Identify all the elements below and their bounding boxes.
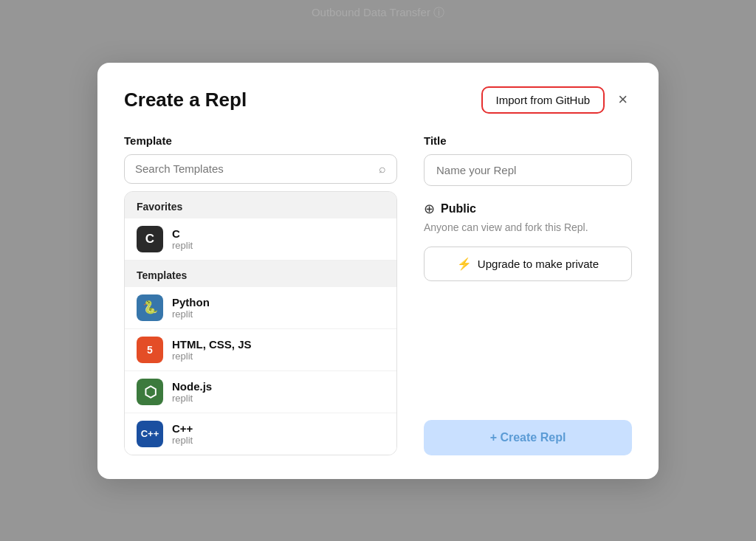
template-label: Template [124, 134, 397, 147]
c-sub: replit [172, 240, 193, 251]
html-name: HTML, CSS, JS [172, 338, 252, 351]
visibility-label: Public [441, 202, 476, 216]
node-icon: ⬡ [137, 379, 163, 405]
header-right: Import from GitHub × [481, 86, 632, 114]
node-name: Node.js [172, 380, 212, 393]
favorites-header: Favorites [125, 192, 396, 218]
list-item[interactable]: C C replit [125, 218, 396, 261]
modal: Create a Repl Import from GitHub × Templ… [97, 63, 659, 479]
list-item[interactable]: 🐍 Python replit [125, 287, 396, 329]
list-item[interactable]: ⬡ Node.js replit [125, 371, 396, 413]
c-item-text: C replit [172, 227, 193, 251]
bolt-icon: ⚡ [457, 257, 472, 271]
python-name: Python [172, 296, 210, 309]
node-sub: replit [172, 393, 212, 404]
bg-label: Outbound Data Transfer ⓘ [312, 6, 444, 20]
list-item[interactable]: C++ C++ replit [125, 413, 396, 455]
modal-header: Create a Repl Import from GitHub × [124, 86, 632, 114]
cpp-sub: replit [172, 435, 193, 446]
cpp-name: C++ [172, 422, 193, 435]
html-icon: 5 [137, 337, 163, 363]
template-list: Favorites C C replit Templates 🐍 Pytho [124, 191, 397, 455]
cpp-icon: C++ [137, 421, 163, 447]
c-name: C [172, 227, 193, 240]
node-item-text: Node.js replit [172, 380, 212, 404]
create-repl-button[interactable]: + Create Repl [424, 420, 632, 455]
upgrade-button[interactable]: ⚡ Upgrade to make private [424, 247, 632, 281]
close-button[interactable]: × [614, 90, 632, 109]
list-item[interactable]: 5 HTML, CSS, JS replit [125, 329, 396, 371]
c-icon: C [137, 226, 163, 252]
import-github-button[interactable]: Import from GitHub [481, 86, 605, 114]
templates-header: Templates [125, 261, 396, 287]
backdrop: Outbound Data Transfer ⓘ Create a Repl I… [0, 0, 756, 541]
title-label: Title [424, 134, 632, 147]
html-item-text: HTML, CSS, JS replit [172, 338, 252, 362]
search-input[interactable] [135, 162, 373, 175]
cpp-item-text: C++ replit [172, 422, 193, 446]
search-box[interactable]: ⌕ [124, 154, 397, 184]
python-sub: replit [172, 309, 210, 320]
right-column: Title ⊕ Public Anyone can view and fork … [424, 134, 632, 455]
python-item-text: Python replit [172, 296, 210, 320]
visibility-row: ⊕ Public [424, 201, 632, 217]
left-column: Template ⌕ Favorites C C replit [124, 134, 397, 455]
upgrade-label: Upgrade to make private [478, 258, 599, 270]
spacer [424, 281, 632, 420]
visibility-desc: Anyone can view and fork this Repl. [424, 221, 632, 233]
search-icon: ⌕ [379, 162, 386, 176]
globe-icon: ⊕ [424, 201, 435, 217]
modal-body: Template ⌕ Favorites C C replit [124, 134, 632, 455]
html-sub: replit [172, 351, 252, 362]
modal-title: Create a Repl [124, 89, 247, 111]
python-icon: 🐍 [137, 294, 163, 321]
title-input[interactable] [424, 154, 632, 186]
